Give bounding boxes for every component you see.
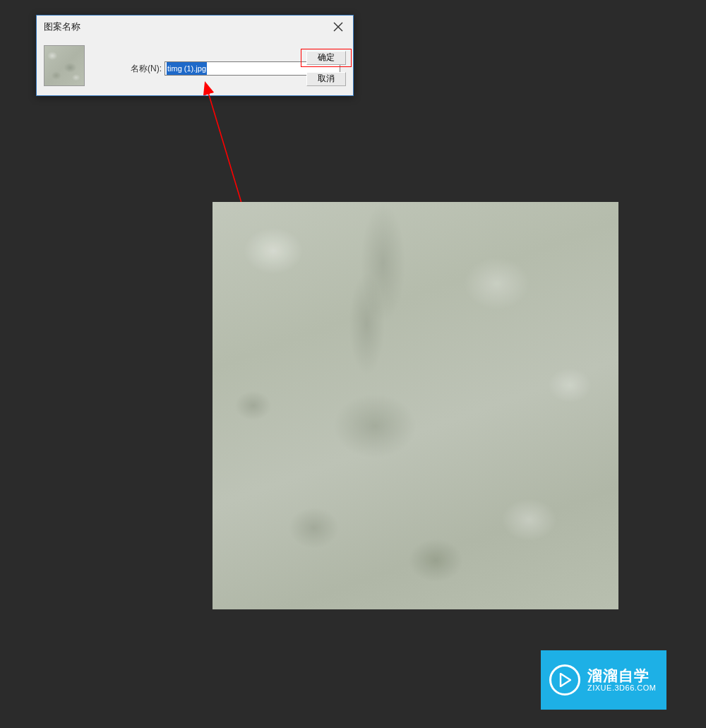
cancel-button[interactable]: 取消 [306, 72, 346, 86]
watermark-title: 溜溜自学 [587, 667, 656, 684]
watermark-subtitle: ZIXUE.3D66.COM [587, 684, 656, 693]
name-label: 名称(N): [131, 63, 162, 75]
pattern-name-dialog: 图案名称 名称(N): timg (1).jpg 确定 取消 [36, 15, 354, 96]
close-icon [333, 22, 343, 32]
document-canvas[interactable] [213, 202, 618, 609]
texture-preview [44, 46, 84, 85]
svg-marker-4 [561, 674, 570, 686]
dialog-body: 名称(N): timg (1).jpg 确定 取消 [37, 38, 353, 95]
texture-image [213, 202, 618, 609]
watermark-badge: 溜溜自学 ZIXUE.3D66.COM [541, 650, 666, 710]
dialog-titlebar[interactable]: 图案名称 [37, 16, 353, 38]
dialog-buttons: 确定 取消 [306, 51, 346, 86]
close-button[interactable] [323, 16, 353, 38]
watermark-text: 溜溜自学 ZIXUE.3D66.COM [587, 667, 656, 693]
pattern-thumbnail [44, 45, 85, 86]
dialog-title: 图案名称 [44, 20, 80, 33]
name-input-value: timg (1).jpg [167, 62, 207, 75]
play-icon [549, 664, 580, 696]
ok-highlight-box: 确定 [301, 49, 352, 67]
ok-button[interactable]: 确定 [306, 51, 346, 65]
